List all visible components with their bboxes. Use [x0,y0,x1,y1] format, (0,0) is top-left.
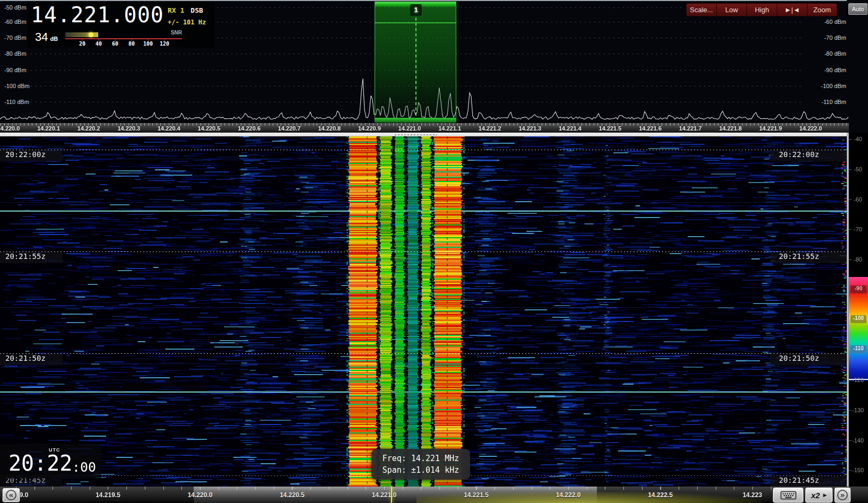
toolbar-high-button[interactable]: High [747,3,777,16]
rx-mode-row: RX 1DSB [168,6,203,14]
timestamp-left: 20:21:55z [0,252,63,263]
keyboard-entry-button[interactable] [773,488,803,502]
spectrum-axis-label: 14.221.8 [719,125,742,132]
toolbar-center-button[interactable]: ►|◄ [777,3,807,16]
colorbar-level-handle[interactable]: -90 [850,285,866,293]
cursor-tooltip: Freq: 14.221 MHz Span: ±1.014 kHz [371,449,470,480]
bottom-right-controls: x2 ▶ » [773,488,850,502]
colorbar-scale-label: -70 [849,226,867,232]
tuned-frequency-marker [391,487,392,503]
tooltip-frequency: Freq: 14.221 MHz [371,453,470,464]
mode-label: DSB [190,6,203,14]
timestamp-right: 20:21:55z [770,252,847,263]
snr-tick-label: 60 [112,41,118,47]
snr-tick-label: 100 [143,41,153,47]
spectrum-axis-label: 14.220.0 [0,125,20,132]
colorbar-scale-label: -40 [849,136,867,142]
bandwidth-label: +/- 101 Hz [168,19,206,26]
passband-axis-bar [375,118,456,123]
vfo-info-box: 14.221.000 RX 1DSB +/- 101 Hz 34dB 20406… [28,1,214,48]
tooltip-span: Span: ±1.014 kHz [371,464,470,476]
passband-dotted-marker [395,134,437,135]
x2-label: x2 [811,491,820,500]
keyboard-icon [780,491,796,500]
waterfall-frequency-axis[interactable]: 14.219.014.219.514.220.014.220.514.221.0… [0,487,868,503]
colorbar-scale-label: -80 [849,256,867,263]
spectrum-axis-label: 14.221.6 [639,125,662,132]
auto-scale-button[interactable]: Auto [848,3,867,15]
spectrum-axis-label: 14.220.4 [158,125,180,132]
waterfall-display[interactable]: 20:22:00z20:22:00z20:21:55z20:21:55z20:2… [0,136,847,487]
colorbar-level-handle[interactable]: -110 [850,345,866,353]
waterfall-axis-label: 14.223 [743,491,762,499]
spectrum-axis-label: 14.220.2 [77,125,100,132]
utc-clock: UTC 20:22 :00 [0,444,101,479]
clock-time: 20:22 [8,451,72,475]
spectrum-axis-label: 14.220.9 [358,125,381,132]
toolbar-scale-button[interactable]: Scale... [686,3,716,16]
timestamp-right: 20:21:45z [770,476,847,487]
time-gridline [0,150,847,150]
clock-seconds: :00 [72,459,96,475]
spectrum-axis-label: 14.221.4 [559,125,581,132]
spectrum-axis-label: 14.221.5 [599,125,622,132]
colorbar-column: -40-50-60-70-80-90-100-110-120-130-140-1… [849,133,868,503]
spectrum-axis-label: 14.221.3 [518,125,541,132]
tuned-frequency-line [415,7,416,121]
colorbar-scale-label: -140 [849,437,867,444]
snr-meter-dot [89,32,93,37]
spectrum-axis-label: 14.221.0 [398,125,421,132]
snr-label: SNR [155,30,182,36]
double-left-arrow-icon: « [6,490,16,500]
colorbar-scale-label: -120 [849,377,867,383]
waterfall-canvas[interactable] [0,136,847,487]
spectrum-axis-label: 14.220.8 [318,125,341,132]
spectrum-axis-label: 14.221.1 [438,125,461,132]
snr-tick-label: 120 [160,41,169,47]
waterfall-axis-label: 14.220.0 [188,491,213,499]
sdr-console-window: -50 dBm-60 dBm-70 dBm-80 dBm-90 dBm-100 … [0,0,868,503]
colorbar-scale-label: -150 [849,467,867,473]
tuning-passband-region[interactable]: 1 [375,2,456,121]
colorbar-scale-label: -50 [849,166,867,172]
scroll-right-button[interactable]: » [835,488,850,502]
scroll-left-button[interactable]: « [3,488,20,502]
colorbar-scale-label: -130 [849,407,867,413]
spectrum-frequency-axis[interactable]: 14.220.014.220.114.220.214.220.314.220.4… [0,123,849,133]
spectrum-axis-label: 14.221.7 [679,125,702,132]
spectrum-axis-label: 14.220.1 [37,125,60,132]
waterfall-axis-label: 14.221.5 [464,491,489,499]
waterfall-axis-label: 14.221.0 [372,491,397,499]
waterfall-axis-label: 14.219.5 [96,491,120,499]
spectrum-waterfall-splitter[interactable] [0,133,847,136]
spectrum-axis-label: 14.220.6 [238,125,261,132]
colorbar-level-handle[interactable]: -100 [850,315,866,323]
axis-tick-marks [0,487,772,490]
right-arrow-icon: ▶ [823,492,827,498]
time-gridline [0,252,847,252]
timestamp-right: 20:22:00z [770,150,847,161]
frequency-display[interactable]: 14.221.000 [31,3,164,27]
spectrum-axis-label: 14.220.7 [278,125,301,132]
snr-tick-label: 20 [79,41,85,47]
spectrum-axis-label: 14.221.2 [479,125,501,132]
waterfall-axis-label: 14.222.0 [556,491,581,499]
zoom-x2-button[interactable]: x2 ▶ [805,488,832,502]
timestamp-right: 20:21:50z [770,354,847,365]
colorbar-scale-label: -60 [849,196,867,203]
toolbar-low-button[interactable]: Low [716,3,747,16]
spectrum-axis-label: 14.221.9 [759,125,782,132]
time-gridline [0,353,847,354]
toolbar-zoom-button[interactable]: Zoom [807,3,837,16]
snr-tick-label: 40 [96,41,102,47]
waterfall-axis-label: 14.220.5 [280,491,305,499]
rx-label: RX 1 [168,6,184,14]
vfo-marker-badge[interactable]: 1 [410,4,422,16]
snr-unit: dB [50,36,58,42]
double-right-arrow-icon: » [837,490,848,500]
spectrum-toolbar: Scale...LowHigh►|◄Zoom [686,3,837,16]
spectrum-axis-label: 14.222.0 [800,125,822,132]
spectrum-axis-label: 14.220.3 [117,125,140,132]
snr-tick-label: 80 [128,41,135,47]
spectrum-axis-label: 14.220.5 [198,125,221,132]
